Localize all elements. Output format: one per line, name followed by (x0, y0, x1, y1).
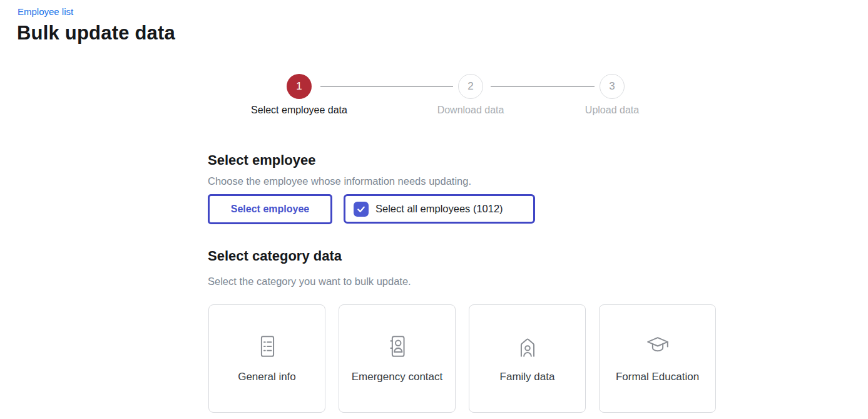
category-card-emergency-contact[interactable]: Emergency contact (339, 304, 456, 413)
category-card-formal-education[interactable]: Formal Education (599, 304, 716, 413)
step-3-indicator: 3 (600, 74, 625, 99)
category-cards-row: General info Emergency contact Family da… (208, 304, 716, 413)
select-all-checkbox[interactable] (354, 202, 369, 217)
select-employee-heading: Select employee (208, 152, 315, 168)
step-1-label: Select employee data (230, 105, 368, 116)
select-all-employees-checkbox-group[interactable]: Select all employees (1012) (344, 194, 535, 224)
contact-book-icon (383, 332, 412, 361)
page-title: Bulk update data (17, 22, 175, 44)
stepper-connector-line (320, 86, 453, 87)
graduation-cap-icon (643, 332, 672, 361)
stepper-connector-line (491, 86, 595, 87)
step-2-indicator: 2 (458, 74, 483, 99)
card-label: Family data (491, 369, 564, 385)
select-employee-description: Choose the employee whose information ne… (208, 175, 471, 187)
select-all-label: Select all employees (1012) (375, 203, 503, 215)
step-1-indicator: 1 (287, 74, 312, 99)
select-category-heading: Select category data (208, 248, 342, 264)
step-2-label: Download data (402, 105, 539, 116)
breadcrumb-employee-list-link[interactable]: Employee list (18, 6, 73, 17)
category-card-general-info[interactable]: General info (208, 304, 325, 413)
check-icon (356, 204, 366, 214)
card-label: Formal Education (607, 369, 708, 385)
select-category-description: Select the category you want to bulk upd… (208, 276, 411, 287)
step-3-label: Upload data (543, 105, 681, 116)
card-label: General info (229, 369, 305, 385)
select-employee-button[interactable]: Select employee (208, 194, 332, 224)
house-person-icon (513, 332, 542, 361)
category-card-family-data[interactable]: Family data (469, 304, 586, 413)
card-label: Emergency contact (343, 369, 452, 385)
list-document-icon (253, 332, 282, 361)
